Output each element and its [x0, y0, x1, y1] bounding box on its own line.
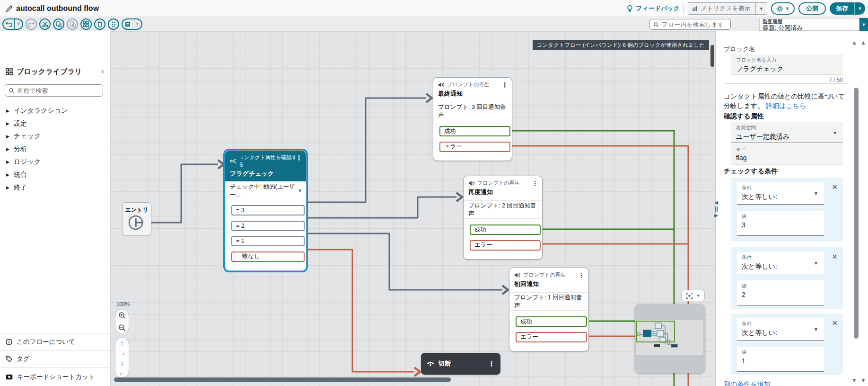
block-name-field[interactable]: ブロック名を入力 フラグチェック	[731, 54, 843, 74]
key-field[interactable]: キー flag	[731, 144, 843, 164]
feedback-button[interactable]: フィードバック	[627, 4, 680, 13]
remove-condition-icon[interactable]: ×	[832, 182, 837, 191]
sidebar-category-analytics[interactable]: ▶分析	[0, 143, 110, 155]
entry-node[interactable]: エントリ	[122, 202, 151, 235]
port-success[interactable]: 成功	[439, 126, 510, 136]
sidebar-collapse-button[interactable]: ‹	[101, 66, 104, 76]
library-search-input[interactable]	[17, 87, 99, 94]
pan-down-icon[interactable]: ↓	[120, 359, 124, 366]
port-equals-1[interactable]: = 1	[231, 236, 305, 246]
sidebar-category-interaction[interactable]: ▶インタラクション	[0, 104, 110, 117]
undo-split-button[interactable]: ▼	[2, 18, 23, 30]
fit-view-button[interactable]: ▼	[681, 290, 705, 301]
sidebar-category-logic[interactable]: ▶ロジック	[0, 155, 110, 168]
cut-button[interactable]	[39, 18, 51, 30]
block-menu-icon[interactable]: ⋮	[532, 180, 538, 187]
pan-up-icon[interactable]: ↑	[120, 339, 124, 346]
block-menu-icon[interactable]: ⋮	[488, 360, 495, 367]
copy-button[interactable]	[53, 18, 64, 30]
scroll-down-icon[interactable]: ▼	[860, 377, 866, 384]
pan-left-icon[interactable]: ←	[119, 369, 126, 376]
audit-history-select[interactable]: 監査履歴 最新: 公開済み	[759, 18, 859, 31]
sidebar-category-settings[interactable]: ▶設定	[0, 117, 110, 130]
notes-caret[interactable]: ▼	[133, 19, 141, 29]
port-success[interactable]: 成功	[516, 316, 587, 327]
audit-history-caret-button[interactable]: ▼	[859, 18, 868, 31]
notes-icon[interactable]	[123, 21, 133, 27]
flow-search-input[interactable]	[662, 21, 727, 28]
condition-value-field[interactable]: 値 3	[737, 211, 824, 236]
undo-caret[interactable]: ▼	[14, 19, 22, 29]
save-caret-button[interactable]: ▼	[855, 2, 865, 15]
delete-button[interactable]	[94, 18, 105, 30]
port-equals-2[interactable]: = 2	[231, 221, 305, 231]
tags-item[interactable]: タグ	[0, 350, 110, 368]
port-equals-3[interactable]: = 3	[231, 205, 305, 215]
metrics-caret-button[interactable]: ▼	[755, 3, 767, 14]
paste-button[interactable]	[67, 18, 78, 30]
settings-menu-button[interactable]: ▼	[771, 2, 795, 15]
canvas-horizontal-scrollbar[interactable]	[114, 377, 451, 382]
scroll-up-icon[interactable]: ▲	[851, 39, 857, 46]
block-first-notice[interactable]: プロンプトの再生 ⋮ 初回通知 プロンプト: 1 回目通知音声 成功 エラー	[509, 268, 589, 351]
phone-disconnect-icon	[427, 361, 434, 367]
remove-condition-icon[interactable]: ×	[832, 318, 837, 327]
panel-resizer[interactable]: ◀ ▶	[712, 200, 720, 218]
scroll-down-icon[interactable]: ▼	[851, 377, 857, 384]
zoom-out-icon[interactable]	[118, 324, 126, 332]
resize-right-icon[interactable]: ▶	[714, 213, 718, 218]
canvas-vertical-scrollbar[interactable]	[710, 45, 714, 67]
publish-button[interactable]: 公開	[798, 2, 826, 15]
library-grid-icon	[6, 68, 13, 75]
redo-button[interactable]	[26, 18, 37, 30]
resize-left-icon[interactable]: ◀	[714, 200, 718, 205]
port-error[interactable]: エラー	[516, 332, 587, 342]
sidebar-category-terminate[interactable]: ▶終了	[0, 181, 110, 194]
condition-operator-select[interactable]: 条件 次と等しい: ▼	[737, 318, 824, 341]
condition-value-field[interactable]: 値 2	[737, 280, 824, 305]
library-search[interactable]	[5, 84, 103, 97]
scroll-up-icon[interactable]: ▲	[860, 39, 866, 46]
port-error[interactable]: エラー	[470, 240, 541, 251]
sidebar-category-check[interactable]: ▶チェック	[0, 130, 110, 143]
panel-scrollbar[interactable]	[854, 88, 859, 339]
flow-canvas[interactable]: コンタクトフロー (インバウンド): 6 個のブロックが使用されました エントリ…	[110, 31, 716, 386]
condition-value-field[interactable]: 値 1	[737, 347, 824, 372]
pan-right-icon[interactable]: →	[119, 349, 126, 356]
sidebar-category-integration[interactable]: ▶統合	[0, 168, 110, 181]
block-repeat-notice[interactable]: プロンプトの再生 ⋮ 再度通知 プロンプト: 2 回目通知音声 成功 エラー	[463, 176, 543, 260]
block-disconnect[interactable]: 切断 ⋮	[421, 353, 500, 375]
condition-operator-select[interactable]: 条件 次と等しい: ▼	[737, 182, 824, 205]
port-error[interactable]: エラー	[439, 142, 510, 152]
flow-search[interactable]	[649, 19, 731, 30]
condition-operator-select[interactable]: 条件 次と等しい: ▼	[737, 252, 824, 274]
chevron-down-icon: ▼	[814, 191, 818, 196]
block-param-dropdown[interactable]: チェック中: 動的(ユーザー... ▾	[225, 181, 306, 200]
block-final-notice[interactable]: プロンプトの再生 ⋮ 最終通知 プロンプト: 3 回目通知音声 成功 エラー	[433, 77, 512, 161]
block-menu-icon[interactable]: ⋮	[501, 81, 508, 88]
block-flag-check[interactable]: コンタクト属性を確認する ⋮ フラグチェック チェック中: 動的(ユーザー...…	[225, 150, 307, 271]
remove-condition-icon[interactable]: ×	[832, 252, 837, 261]
fit-view-caret[interactable]: ▼	[696, 294, 700, 298]
details-link[interactable]: 詳細はこちら	[766, 102, 806, 109]
blocks-grid-button[interactable]	[80, 18, 92, 30]
pan-controls: ↑ → ↓ ←	[115, 337, 129, 378]
flow-type-banner: コンタクトフロー (インバウンド): 6 個のブロックが使用されました	[533, 40, 709, 50]
block-menu-icon[interactable]: ⋮	[578, 272, 585, 278]
about-this-flow-item[interactable]: このフローについて	[0, 333, 110, 350]
keyboard-shortcuts-item[interactable]: キーボードショートカット	[0, 368, 110, 386]
notes-split-button[interactable]: ▼	[122, 18, 142, 30]
edit-pencil-icon[interactable]	[6, 5, 13, 12]
add-condition-link[interactable]: 別の条件を追加	[724, 380, 771, 386]
port-success[interactable]: 成功	[470, 224, 541, 235]
resize-grip-icon[interactable]	[715, 206, 718, 212]
port-no-match[interactable]: 一致なし	[231, 251, 305, 262]
save-button[interactable]: 保存	[830, 2, 855, 15]
namespace-select[interactable]: 名前空間 ユーザー定義済み ▼	[731, 122, 843, 143]
minimap[interactable]	[635, 304, 705, 373]
drag-handle-button[interactable]	[108, 18, 119, 30]
undo-icon[interactable]	[3, 21, 14, 27]
block-menu-icon[interactable]: ⋮	[296, 154, 302, 161]
show-metrics-button[interactable]: メトリクスを表示 ▼	[688, 2, 767, 15]
zoom-in-icon[interactable]	[118, 312, 126, 319]
